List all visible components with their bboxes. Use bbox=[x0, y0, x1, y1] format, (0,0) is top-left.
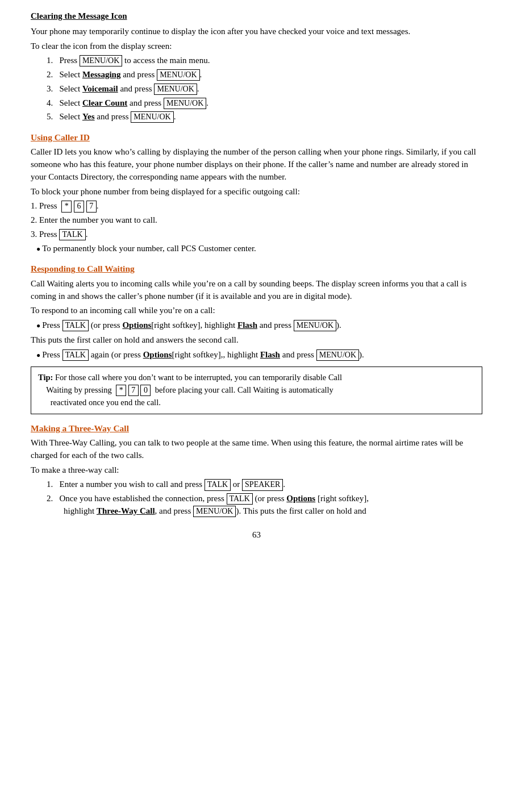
call-waiting-para-1: Call Waiting alerts you to incoming call… bbox=[31, 278, 482, 303]
call-waiting-bullets: Press TALK (or press Options[right softk… bbox=[36, 319, 482, 332]
menu-ok-kbd-1: MENU/OK bbox=[80, 55, 122, 66]
using-caller-id-section: Using Caller ID Caller ID lets you know … bbox=[31, 131, 482, 255]
three-way-call-title: Making a Three-Way Call bbox=[31, 422, 482, 435]
flash-bold-2: Flash bbox=[260, 350, 280, 359]
menu-ok-kbd-7: MENU/OK bbox=[316, 349, 359, 361]
call-waiting-para-2: To respond to an incoming call while you… bbox=[31, 305, 482, 317]
talk-kbd-1: TALK bbox=[59, 229, 85, 240]
talk-kbd-2: TALK bbox=[62, 320, 89, 331]
talk-kbd-3: TALK bbox=[62, 349, 89, 361]
caller-id-bullet-1: To permanently block your number, call P… bbox=[36, 243, 482, 255]
clearing-step-1: 1. Press MENU/OK to access the main menu… bbox=[47, 55, 482, 67]
clearing-step-5: 5. Select Yes and press MENU/OK. bbox=[47, 111, 482, 123]
clearing-message-icon-title: Clearing the Message Icon bbox=[31, 10, 482, 23]
three-way-steps: 1. Enter a number you wish to call and p… bbox=[47, 478, 482, 517]
three-way-para-2: To make a three-way call: bbox=[31, 464, 482, 477]
menu-ok-kbd-3: MENU/OK bbox=[154, 84, 197, 95]
call-waiting-bullets-2: Press TALK again (or press Options[right… bbox=[36, 349, 482, 361]
star-kbd: * bbox=[61, 201, 72, 212]
caller-id-para-2: To block your phone number from being di… bbox=[31, 186, 482, 198]
three-way-step-1: 1. Enter a number you wish to call and p… bbox=[47, 478, 482, 491]
talk-kbd-5: TALK bbox=[227, 493, 253, 505]
tip-box: Tip: For those call where you don’t want… bbox=[31, 367, 482, 414]
clearing-message-icon-section: Clearing the Message Icon Your phone may… bbox=[31, 10, 482, 123]
clearing-step-3: 3. Select Voicemail and press MENU/OK. bbox=[47, 83, 482, 95]
call-waiting-bullet-1: Press TALK (or press Options[right softk… bbox=[36, 319, 482, 332]
three-way-step-2: 2. Once you have established the connect… bbox=[47, 493, 482, 518]
six-kbd: 6 bbox=[74, 201, 84, 212]
tip-star-kbd: * bbox=[116, 385, 126, 396]
clearing-para-1: Your phone may temporarily continue to d… bbox=[31, 26, 482, 38]
tip-text-1: For those call where you don’t want to b… bbox=[38, 373, 342, 407]
using-caller-id-title: Using Caller ID bbox=[31, 131, 482, 144]
messaging-bold: Messaging bbox=[82, 70, 121, 79]
call-waiting-bullet-2: Press TALK again (or press Options[right… bbox=[36, 349, 482, 361]
three-way-call-section: Making a Three-Way Call With Three-Way C… bbox=[31, 422, 482, 518]
yes-bold: Yes bbox=[82, 112, 95, 121]
clearing-steps-list: 1. Press MENU/OK to access the main menu… bbox=[47, 55, 482, 123]
seven-kbd: 7 bbox=[86, 201, 97, 212]
voicemail-bold: Voicemail bbox=[82, 84, 118, 93]
clear-count-bold: Clear Count bbox=[82, 98, 127, 107]
call-waiting-hold-text: This puts the first caller on hold and a… bbox=[31, 334, 482, 347]
menu-ok-kbd-4: MENU/OK bbox=[164, 98, 206, 109]
clearing-step-2: 2. Select Messaging and press MENU/OK. bbox=[47, 69, 482, 81]
responding-call-waiting-title: Responding to Call Waiting bbox=[31, 263, 482, 275]
flash-bold-1: Flash bbox=[237, 320, 257, 330]
speaker-kbd: SPEAKER bbox=[242, 479, 283, 490]
clearing-para-2: To clear the icon from the display scree… bbox=[31, 40, 482, 53]
menu-ok-kbd-5: MENU/OK bbox=[131, 111, 173, 123]
menu-ok-kbd-8: MENU/OK bbox=[193, 506, 236, 517]
options-bold-2: Options bbox=[143, 350, 172, 359]
options-bold-1: Options bbox=[122, 320, 151, 330]
responding-call-waiting-section: Responding to Call Waiting Call Waiting … bbox=[31, 263, 482, 414]
caller-id-press-3: 3. Press TALK. bbox=[31, 228, 482, 241]
tip-label: Tip: bbox=[38, 373, 53, 382]
three-way-call-bold: Three-Way Call bbox=[97, 506, 155, 515]
tip-zero-kbd: 0 bbox=[140, 385, 151, 396]
menu-ok-kbd-2: MENU/OK bbox=[157, 69, 199, 81]
three-way-para-1: With Three-Way Calling, you can talk to … bbox=[31, 437, 482, 462]
options-bold-3: Options bbox=[286, 494, 315, 503]
caller-id-press-1: 1. Press * 6 7. bbox=[31, 200, 482, 213]
talk-kbd-4: TALK bbox=[205, 479, 231, 490]
caller-id-bullets: To permanently block your number, call P… bbox=[36, 243, 482, 255]
clearing-step-4: 4. Select Clear Count and press MENU/OK. bbox=[47, 97, 482, 110]
caller-id-para-1: Caller ID lets you know who’s calling by… bbox=[31, 146, 482, 183]
page-number: 63 bbox=[31, 529, 482, 542]
caller-id-press-2: 2. Enter the number you want to call. bbox=[31, 214, 482, 227]
menu-ok-kbd-6: MENU/OK bbox=[294, 320, 336, 331]
tip-seven-kbd: 7 bbox=[128, 385, 139, 396]
